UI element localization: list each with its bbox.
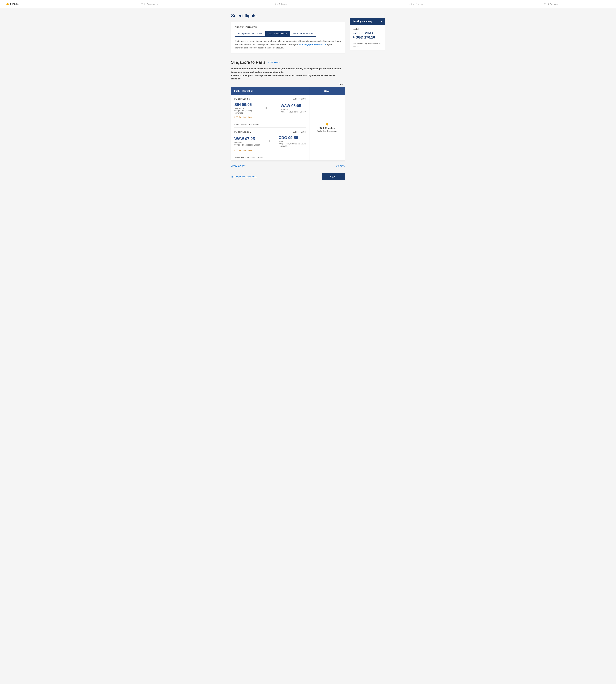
progress-steps: 1 Flights 2 Passengers 3 Seats 4 Add-ons… bbox=[6, 3, 610, 5]
flight-times-1: SIN 00:05 Singapore 09 Apr (Thu), Changi… bbox=[234, 102, 306, 114]
flight-card-info: FLIGHT LO68 ∨ Business Saver SIN 00:05 bbox=[231, 95, 309, 161]
segment-1-header: FLIGHT LO68 ∨ Business Saver bbox=[234, 98, 306, 100]
btn-other-partners[interactable]: Other partner airlines bbox=[290, 31, 316, 37]
route-header: Singapore to Paris ✎ Edit search bbox=[231, 60, 345, 65]
arrival-city-1: Warsaw bbox=[281, 108, 306, 111]
sort-row: Sort ∨ bbox=[231, 83, 345, 87]
step-2: 2 Passengers bbox=[141, 3, 206, 5]
flight-card: FLIGHT LO68 ∨ Business Saver SIN 00:05 bbox=[231, 95, 345, 161]
step-5-circle bbox=[544, 3, 546, 5]
btn-star-alliance[interactable]: Star Alliance airlines bbox=[265, 31, 290, 37]
step-1-circle bbox=[6, 3, 9, 5]
step-5: 5 Payment bbox=[544, 3, 610, 5]
booking-summary-header: Booking summary ∨ bbox=[350, 18, 385, 25]
warning-text: The total number of miles shown here is … bbox=[231, 67, 345, 80]
col-saver-header: Saver bbox=[310, 87, 345, 95]
flight-segment-1: FLIGHT LO68 ∨ Business Saver SIN 00:05 bbox=[234, 95, 306, 121]
edit-icon: ✎ bbox=[268, 61, 269, 64]
sidebar: 🖨 Booking summary ∨ 1 Adult 92,000 Miles… bbox=[350, 13, 385, 50]
step-2-name: Passengers bbox=[147, 3, 158, 5]
sort-button[interactable]: Sort ∨ bbox=[339, 83, 345, 86]
booking-summary-chevron[interactable]: ∨ bbox=[381, 20, 382, 22]
printer-icon[interactable]: 🖨 bbox=[382, 13, 385, 16]
step-2-label: 2 bbox=[145, 3, 146, 5]
nav-row: ‹ Previous day Next day › bbox=[231, 161, 345, 170]
booking-summary-title: Booking summary bbox=[353, 20, 372, 23]
departure-city-2: Warsaw bbox=[234, 142, 260, 144]
departure-city-1: Singapore bbox=[234, 107, 252, 110]
arrival-city-2: Paris bbox=[279, 140, 306, 143]
content-area: Select flights SHOW FLIGHTS FOR: Singapo… bbox=[231, 13, 345, 186]
step-3-label: 3 bbox=[279, 3, 280, 5]
previous-day-button[interactable]: ‹ Previous day bbox=[231, 165, 245, 167]
route-title: Singapore to Paris bbox=[231, 60, 265, 65]
layover-row: Layover time: 1hrs 20mins bbox=[234, 122, 306, 128]
btn-singapore-airlines[interactable]: Singapore Airlines / SilkAir bbox=[235, 31, 265, 37]
flight-times-2: WAW 07:25 Warsaw 09 Apr (Thu), Frederic … bbox=[234, 135, 306, 147]
airline-buttons: Singapore Airlines / SilkAir Star Allian… bbox=[235, 31, 341, 37]
departure-code-time-1: SIN 00:05 bbox=[234, 102, 252, 107]
next-day-button[interactable]: Next day › bbox=[335, 165, 345, 167]
summary-note: Total fare including applicable taxes an… bbox=[353, 41, 382, 47]
total-time-row: Total travel time: 15hrs 50mins bbox=[234, 154, 306, 161]
departure-date-2: 09 Apr (Thu), Frederic Chopin bbox=[234, 144, 260, 146]
step-3-name: Seats bbox=[281, 3, 286, 5]
step-1-name: Flights bbox=[12, 3, 19, 5]
collapse-icon-2[interactable]: ∨ bbox=[250, 131, 251, 133]
step-5-name: Payment bbox=[550, 3, 558, 5]
flight-number-1: FLIGHT LO68 ∨ bbox=[234, 98, 250, 100]
airline-name-2: LOT Polish Airlines bbox=[234, 149, 306, 151]
departure-terminal-1: Terminal 2 bbox=[234, 112, 252, 114]
flight-card-saver[interactable]: 92,000 miles Total miles, 1 passenger bbox=[309, 95, 345, 161]
step-4-name: Add-ons bbox=[416, 3, 423, 5]
arrival-terminal-2: Terminal 1 bbox=[279, 145, 306, 147]
step-4: 4 Add-ons bbox=[410, 3, 475, 5]
next-button[interactable]: NEXT bbox=[322, 173, 345, 180]
arrival-1: WAW 06:05 Warsaw 09 Apr (Thu), Frederic … bbox=[281, 104, 306, 113]
notice-text: Redemption on our airline partners are b… bbox=[235, 40, 341, 49]
printer-area: 🖨 bbox=[350, 13, 385, 17]
compare-link[interactable]: ⇅ Compare all award types bbox=[231, 175, 257, 178]
departure-code-time-2: WAW 07:25 bbox=[234, 136, 260, 141]
page-title: Select flights bbox=[231, 13, 345, 18]
flights-table-header: Flight information Saver bbox=[231, 87, 345, 95]
departure-1: SIN 00:05 Singapore 09 Apr (Thu), Changi… bbox=[234, 102, 252, 114]
summary-sgd: + SGD 176.10 bbox=[353, 35, 382, 40]
miles-circle bbox=[326, 123, 328, 126]
step-4-label: 4 bbox=[413, 3, 414, 5]
show-flights-label: SHOW FLIGHTS FOR: bbox=[235, 26, 341, 28]
arrival-date-2: 09 Apr (Thu), Charles De Gaulle bbox=[279, 143, 306, 145]
miles-amount: 92,000 miles bbox=[320, 127, 335, 130]
col-flight-info-header: Flight information bbox=[231, 87, 310, 95]
compare-icon: ⇅ bbox=[231, 175, 233, 178]
collapse-icon-1[interactable]: ∨ bbox=[249, 98, 250, 100]
arrival-date-1: 09 Apr (Thu), Frederic Chopin bbox=[281, 111, 306, 113]
edit-search-link[interactable]: ✎ Edit search bbox=[268, 61, 280, 64]
miles-label: Total miles, 1 passenger bbox=[317, 130, 337, 132]
summary-miles: 92,000 Miles bbox=[353, 31, 382, 35]
step-1-label: 1 bbox=[10, 3, 11, 5]
airline-name-1: LOT Polish Airlines bbox=[234, 116, 306, 119]
notice-link[interactable]: local Singapore Airlines office bbox=[299, 43, 326, 46]
step-2-circle bbox=[141, 3, 143, 5]
booking-summary-body: 1 Adult 92,000 Miles + SGD 176.10 Total … bbox=[350, 25, 385, 50]
arrival-code-time-1: WAW 06:05 bbox=[281, 104, 306, 108]
summary-adult: 1 Adult bbox=[353, 28, 382, 30]
arrival-code-time-2: CDG 09:55 bbox=[279, 135, 306, 140]
flight-class-2: Business Saver bbox=[293, 131, 306, 133]
bottom-bar: ⇅ Compare all award types NEXT bbox=[231, 170, 345, 183]
arrival-2: CDG 09:55 Paris 09 Apr (Thu), Charles De… bbox=[279, 135, 306, 147]
step-5-label: 5 bbox=[548, 3, 549, 5]
segment-2-header: FLIGHT LO331 ∨ Business Saver bbox=[234, 131, 306, 133]
flight-class-1: Business Saver bbox=[293, 98, 306, 100]
flight-number-2: FLIGHT LO331 ∨ bbox=[234, 131, 251, 133]
step-1: 1 Flights bbox=[6, 3, 72, 5]
plane-icon-1: ✈ bbox=[257, 106, 276, 110]
step-3: 3 Seats bbox=[275, 3, 341, 5]
departure-2: WAW 07:25 Warsaw 09 Apr (Thu), Frederic … bbox=[234, 136, 260, 146]
route-section: Singapore to Paris ✎ Edit search The tot… bbox=[231, 60, 345, 183]
plane-icon-2: ✈ bbox=[265, 139, 274, 143]
departure-date-1: 09 Apr (Thu), Changi bbox=[234, 110, 252, 112]
show-flights-panel: SHOW FLIGHTS FOR: Singapore Airlines / S… bbox=[231, 22, 345, 54]
step-3-circle bbox=[275, 3, 278, 5]
